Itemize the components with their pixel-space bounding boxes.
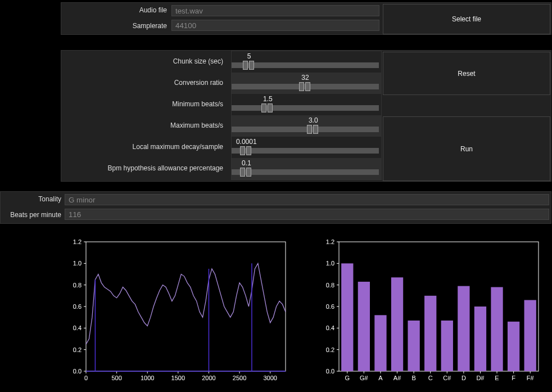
svg-text:1.2: 1.2 [326, 238, 334, 245]
svg-rect-0 [86, 242, 286, 371]
run-button[interactable]: Run [383, 116, 550, 181]
audio-file-input[interactable] [171, 5, 379, 16]
svg-rect-80 [474, 307, 486, 371]
svg-text:G: G [345, 375, 350, 381]
decay-label: Local maximum decay/sample [61, 136, 228, 157]
min-beats-label: Minimum beats/s [61, 93, 228, 115]
svg-text:1.2: 1.2 [73, 238, 82, 245]
svg-text:B: B [411, 375, 415, 381]
svg-text:1.0: 1.0 [326, 260, 334, 267]
audio-file-label: Audio file [61, 6, 171, 14]
svg-text:A: A [378, 375, 383, 381]
svg-text:D#: D# [476, 375, 485, 381]
svg-text:D: D [461, 375, 466, 381]
run-button-label: Run [460, 145, 473, 153]
svg-text:1500: 1500 [171, 375, 185, 381]
chunk-size-label: Chunk size (sec) [61, 51, 228, 72]
tonality-label: Tonality [1, 195, 66, 203]
svg-text:2500: 2500 [233, 375, 246, 381]
select-file-button[interactable]: Select file [383, 4, 550, 34]
svg-text:500: 500 [111, 375, 121, 381]
svg-text:3000: 3000 [263, 375, 277, 381]
svg-rect-79 [458, 286, 469, 371]
reset-button[interactable]: Reset [383, 52, 550, 95]
bpm-label: Beats per minute [1, 211, 66, 219]
samplerate-label: Samplerate [61, 22, 171, 30]
conversion-ratio-slider[interactable]: 32 [232, 73, 379, 94]
min-beats-slider[interactable]: 1.5 [232, 94, 379, 115]
svg-rect-77 [424, 296, 436, 371]
svg-text:0.2: 0.2 [326, 346, 334, 353]
max-beats-label: Maximum beats/s [61, 115, 228, 136]
svg-text:0.8: 0.8 [73, 282, 82, 289]
svg-text:2000: 2000 [202, 375, 215, 381]
results-panel: Tonality Beats per minute [0, 191, 551, 224]
svg-text:0.6: 0.6 [326, 303, 334, 310]
decay-slider[interactable]: 0.0001 [232, 137, 379, 158]
samplerate-input[interactable] [171, 20, 379, 31]
svg-text:0.8: 0.8 [326, 282, 334, 289]
conversion-ratio-label: Conversion ratio [61, 72, 228, 93]
svg-rect-74 [374, 315, 386, 371]
reset-button-label: Reset [458, 70, 475, 78]
svg-text:0.0: 0.0 [73, 368, 82, 375]
svg-text:0: 0 [84, 375, 88, 381]
line-chart: 0.00.20.40.60.81.01.20500100015002000250… [61, 233, 297, 388]
svg-rect-81 [491, 287, 503, 372]
svg-text:1.0: 1.0 [73, 260, 82, 267]
select-file-button-label: Select file [452, 15, 481, 23]
svg-text:0.2: 0.2 [73, 346, 82, 353]
bpm-allow-slider[interactable]: 0.1 [232, 158, 379, 179]
svg-text:F: F [512, 375, 515, 381]
svg-text:F#: F# [527, 375, 535, 381]
svg-rect-72 [341, 263, 353, 371]
svg-rect-75 [391, 277, 403, 371]
svg-rect-73 [358, 282, 370, 371]
svg-rect-82 [508, 322, 519, 371]
bpm-input[interactable] [65, 209, 549, 220]
svg-text:1000: 1000 [141, 375, 154, 381]
tonality-input[interactable] [65, 194, 549, 205]
bar-chart: 0.00.20.40.60.81.01.2GG#AA#BCC#DD#EFF# [314, 233, 550, 388]
max-beats-slider[interactable]: 3.0 [232, 115, 379, 137]
svg-rect-78 [441, 321, 453, 371]
svg-text:0.4: 0.4 [73, 325, 82, 331]
param-panel: Chunk size (sec) Conversion ratio Minimu… [61, 50, 551, 182]
chunk-size-slider[interactable]: 5 [232, 51, 379, 73]
svg-text:0.6: 0.6 [73, 303, 82, 310]
svg-text:A#: A# [393, 375, 401, 381]
svg-text:E: E [495, 375, 499, 381]
svg-text:C: C [428, 375, 433, 381]
svg-text:0.4: 0.4 [326, 325, 334, 331]
bpm-allow-label: Bpm hypothesis allowance percentage [61, 157, 228, 179]
svg-rect-76 [408, 321, 419, 371]
file-panel: Audio file Samplerate Select file [61, 2, 551, 35]
svg-text:0.0: 0.0 [326, 368, 334, 375]
svg-text:G#: G# [360, 375, 369, 381]
svg-rect-83 [524, 300, 536, 372]
svg-text:C#: C# [443, 375, 451, 381]
